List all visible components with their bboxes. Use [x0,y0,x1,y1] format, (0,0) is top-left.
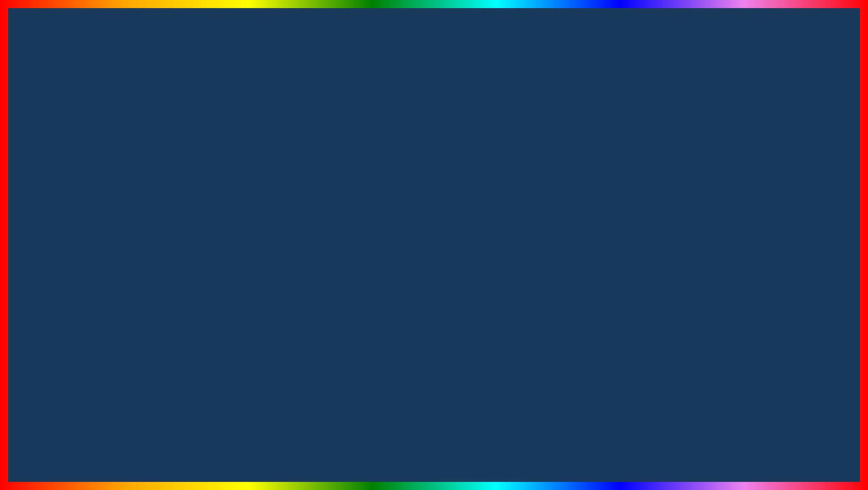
right-window-body: Lock Camera About Debug ▼Farming Farm Co… [444,160,694,310]
cb-right-take-quest[interactable] [498,224,503,229]
auto-farm-section: Auto Farm [498,171,691,179]
left-window-titlebar: HoMo Hub • Blox Fruit Gen 3 [37,151,287,160]
right-sidebar-debug[interactable]: Debug [447,176,492,183]
select-boss[interactable]: Select Boss: ▽ [498,209,691,216]
search-icon [502,164,506,167]
sidebar-debug[interactable]: Debug [40,176,85,183]
sidebar-farm-config[interactable]: Farm Config [40,190,85,197]
bottom-farm: FARM [289,426,416,477]
sidebar-farming[interactable]: ▼Farming [40,183,85,190]
left-ui-window: HoMo Hub • Blox Fruit Gen 3 Lock Camera … [36,151,288,299]
bottom-pastebin: PASTEBIN [553,433,715,470]
info-text-2: You can also farm mastery by turn on it … [91,212,284,218]
auto-farm-mob-row: Auto Farm Mob [...] [91,161,284,168]
cb-take-quest[interactable] [91,169,96,173]
right-sidebar-kaitun[interactable]: Kaitun [447,217,492,224]
bottom-script: SCRIPT [425,433,544,470]
search-bar[interactable]: Search [498,161,691,169]
right-titlebar-dot [447,154,450,157]
cb-auto-farm-multi[interactable] [91,238,96,242]
right-ui-window: HoMo Hub • Blox Fruit Gen 3 Lock Camera … [443,151,695,312]
right-window-content: Search Auto Farm Auto Farm Level [...] F… [496,160,694,310]
select-mob[interactable]: Select Mob: ▽ [498,253,691,260]
right-sidebar-farm[interactable]: Farm [447,210,492,217]
title-blox: BLOX [144,10,358,90]
right-sidebar-points[interactable]: Points [447,197,492,204]
right-sidebar-setting[interactable]: Setting [447,224,492,231]
auto-farm-boss-row: Auto Farm Boss [...] [498,217,691,223]
titlebar-dot [40,154,43,157]
farm-fruit-mastery-row: Farm Fruit Mastery [...] [498,186,691,192]
sidebar-setting[interactable]: Setting [40,224,85,231]
right-sidebar-webhook[interactable]: Webhook & Ram [447,204,492,210]
cb-right-hop-server[interactable] [498,231,503,235]
title-fruits: FRUITS [442,10,724,90]
checkbox-lock-camera[interactable] [40,163,44,167]
right-sidebar-farming[interactable]: ▼Farming [447,183,492,190]
cb-auto-farm-level[interactable] [498,180,503,185]
left-window-body: Lock Camera About Debug ▼Farming Farm Co… [37,160,287,296]
main-title: BLOX FRUITS [0,9,868,92]
search-label: Search [507,163,523,168]
logo-bottom-right: 💀 FRUITS [710,441,832,481]
logo-fruits-text: FRUITS [754,449,832,473]
right-sidebar-about[interactable]: About [447,169,492,176]
left-window-content: Auto Farm Mob [...] Take Quest [...] You… [89,160,287,296]
multi-mob-section-header: Multi Mob Farm [91,219,284,227]
sidebar-webhook[interactable]: Webhook & Ram [40,204,85,210]
raid-section-header: Raid Bosses Farm [91,181,284,190]
auto-farm-raid-row: Auto Farm Raid Boss [...] [91,199,284,205]
cb-farm-gun-mastery[interactable] [498,193,503,197]
cb-hop-server[interactable] [91,206,96,211]
left-window-sidebar: Lock Camera About Debug ▼Farming Farm Co… [37,160,89,296]
main-container: BLOX FRUITS THE BEST TOP NEW FEATURE HoM… [0,0,868,490]
bg-shape-right [711,67,868,382]
info-text-1: You can also farm mastery by turn on it … [91,174,284,180]
bosses-section: Bosses Farm [498,199,691,208]
right-titlebar-text: HoMo Hub • Blox Fruit Gen 3 [452,153,510,158]
cb-auto-farm-boss[interactable] [498,218,503,223]
auto-farm-level-row: Auto Farm Level [...] [498,179,691,186]
farm-gun-mastery-row: Farm Gun Mastery [...] [498,192,691,198]
left-titlebar-text: HoMo Hub • Blox Fruit Gen 3 [45,153,103,158]
sidebar-points[interactable]: Points [40,197,85,204]
select-raid-boss[interactable]: Select Raid Boss: ▽ [91,191,284,198]
sidebar-farm[interactable]: Farm [40,210,85,217]
mob-farm-section: Mob Farm [498,243,691,252]
right-hop-server-row: Hop Server To Find [...] [498,230,691,236]
sidebar-lock-camera[interactable]: Lock Camera [40,161,85,169]
right-info-text: You can also farm mastery by turn on it … [498,236,691,242]
take-quest-row: Take Quest [...] [91,168,284,174]
skull-icon: 💀 [710,441,751,481]
right-sidebar-farm-config[interactable]: Farm Config [447,190,492,197]
bottom-auto: AUTO [153,426,280,477]
cb-farm-fruit-mastery[interactable] [498,187,503,191]
right-cb-lock[interactable] [447,163,451,167]
auto-farm-multi-row: Auto Farm Multi Mob [...] [91,237,284,243]
select-multi-mob[interactable]: Select Multi Mob: ▼ [91,228,284,236]
sidebar-about[interactable]: About [40,169,85,176]
info-text-3: You can also farm mastery by turn on it … [91,243,284,249]
right-window-titlebar: HoMo Hub • Blox Fruit Gen 3 [444,151,694,160]
right-window-sidebar: Lock Camera About Debug ▼Farming Farm Co… [444,160,496,310]
right-sidebar-lock-camera[interactable]: Lock Camera [447,161,492,169]
sidebar-kaitun[interactable]: Kaitun [40,217,85,224]
cb-auto-farm-raid[interactable] [91,200,96,205]
hop-server-row: Hop Server To Find [...] [91,205,284,212]
cb-auto-farm-mob[interactable] [91,162,96,167]
right-take-quest-row: Take Quest [...] [498,223,691,230]
